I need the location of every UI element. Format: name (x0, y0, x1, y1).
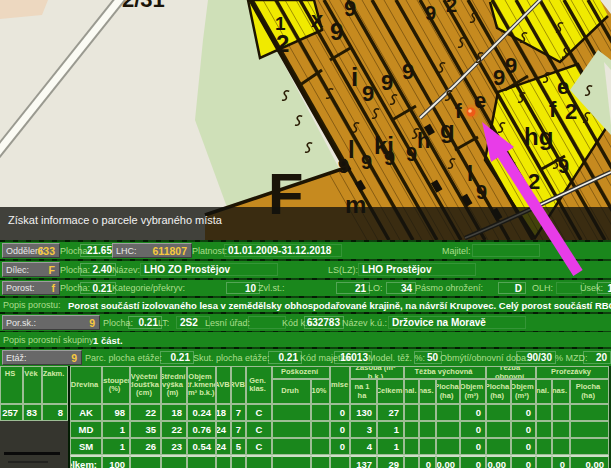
table-total-cell: 0 (552, 455, 570, 468)
table-total-cell: 0 (460, 455, 486, 468)
table-cell: 0 (460, 438, 486, 455)
map-label-f: f (455, 100, 462, 122)
table-cell: 0 (511, 404, 536, 421)
field-label: Dílec: (6, 265, 29, 275)
map-label-9: 9 (406, 143, 417, 165)
field-value-model-t: 50 (414, 351, 442, 364)
table-cell: 5 (231, 438, 246, 455)
map-label-9: 9 (344, 0, 356, 21)
table-cell (404, 421, 419, 438)
table-cell (272, 438, 311, 455)
key-field-odd-len: Oddělení:633 (2, 243, 60, 258)
map-label-x: x (311, 7, 324, 32)
table-cell: 1 (102, 438, 130, 455)
table-cell (536, 404, 552, 421)
table-cell (552, 421, 570, 438)
field-value-olh (556, 282, 582, 294)
field-value-plocha: 21.65 (80, 244, 116, 257)
column-header-10: 10% (311, 379, 330, 404)
field-text-popis-porostn-skupiny: 1 část. (93, 334, 123, 345)
field-value-majitel (472, 244, 540, 257)
field-value: F (49, 264, 55, 276)
field-value-k-d-k: 632783 (304, 316, 344, 329)
table-total-cell (404, 455, 419, 468)
column-header-zastoupen: Zastoupení (%) (102, 366, 130, 404)
info-row: Popis porostní skupiny:1 část. (0, 332, 611, 347)
map-remnant-patch (0, 421, 68, 468)
field-value-skut-plocha-et-e: 0.21 (268, 351, 302, 364)
table-cell: 0.76 (187, 421, 216, 438)
map-label-2: 2 (446, 0, 457, 16)
map-label-g: g (440, 116, 455, 143)
table-total-cell: 0.00 (570, 455, 609, 468)
column-header-st-edn-v-ka-m: Střední výška (m) (161, 366, 187, 404)
table-cell: SM (70, 438, 102, 455)
column-header-druh: Druh (272, 379, 311, 404)
table-cell (486, 438, 511, 455)
table-cell (570, 421, 609, 438)
map-label-2: 2 (528, 169, 540, 194)
table-total-cell: 29 (377, 455, 404, 468)
table-cell: 18 (161, 404, 187, 421)
column-header-nal: nal. (536, 379, 552, 404)
column-header-na-1-ha: na 1 ha (350, 379, 377, 404)
table-cell: 18 (216, 404, 231, 421)
field-value-plocha: 0.21 (80, 282, 116, 294)
table-total-cell: 0 (511, 455, 536, 468)
table-total-cell (536, 455, 552, 468)
table-cell: 23 (161, 438, 187, 455)
field-label: Etáž: (6, 353, 27, 363)
field-label: Por.sk.: (6, 318, 36, 328)
info-row: Por.sk.:9Plocha:0.21LT:2S2Lesní úřad:Kód… (0, 314, 611, 331)
map-label-9: 9 (558, 155, 569, 177)
table-total-cell: 0.00 (436, 455, 460, 468)
table-cell (272, 421, 311, 438)
table-cell: C (246, 404, 272, 421)
table-cell (419, 421, 436, 438)
field-label-lo: LO: (368, 283, 383, 293)
map-label-2: 2 (276, 30, 289, 57)
table-cell: 24 (216, 438, 231, 455)
table-cell: 0 (460, 404, 486, 421)
table-cell: 24 (216, 421, 231, 438)
table-cell: 26 (130, 438, 161, 455)
table-cell: 7 (231, 404, 246, 421)
info-row: Etáž:9Parc. plocha etáže:0.21Skut. ploch… (0, 349, 611, 366)
table-cell (436, 404, 460, 421)
field-label-parc-plocha-et-e: Parc. plocha etáže: (85, 353, 162, 363)
map-label-9: 9 (384, 147, 395, 169)
table-total-cell: 100 (102, 455, 130, 468)
column-group-t-ba-obnovn: Těžba obnovní (486, 366, 536, 379)
table-total-cell (187, 455, 216, 468)
column-header-zakm: Zakm. (42, 366, 68, 404)
table-total-cell: 137 (350, 455, 377, 468)
table-total-cell (311, 455, 330, 468)
field-text-popis-porostu: Porost součástí izolovaného lesa v zeměd… (68, 300, 611, 311)
column-header-hs: HS (0, 366, 23, 404)
map-label-9: 9 (402, 59, 414, 84)
field-label-ls-lz: LS(LZ): (328, 265, 358, 275)
table-cell: C (246, 421, 272, 438)
field-value: 611807 (153, 245, 187, 257)
field-value-obm-t-obnovn-doba: 90/30 (516, 351, 556, 364)
column-header-objem-m: Objem (m³) (460, 379, 486, 404)
map-label-h: h (417, 128, 430, 153)
info-row: Oddělení:633Plocha:21.65LHC:611807Platno… (0, 242, 611, 259)
table-cell: 1 (377, 421, 404, 438)
table-cell (272, 404, 311, 421)
table-cell (570, 404, 609, 421)
column-header-plocha-ha: Plocha (ha) (570, 379, 609, 404)
table-cell: 1 (377, 438, 404, 455)
table-cell: 0 (330, 421, 350, 438)
table-cell (552, 438, 570, 455)
table-cell: AK (70, 404, 102, 421)
table-cell: 22 (130, 404, 161, 421)
forestry-map[interactable]: 2/3112x99i9999299efef2hghglkj9999ml992F (0, 0, 611, 240)
field-label-n-zev-k: Název k.ú.: (342, 318, 387, 328)
column-header-celkem: Celkem (377, 379, 404, 404)
field-value-plocha: 0.21 (128, 316, 162, 329)
field-label: LHC: (116, 246, 137, 256)
table-total-cell: 0.00 (486, 455, 511, 468)
field-value: 9 (71, 352, 77, 364)
table-cell: 0 (511, 421, 536, 438)
